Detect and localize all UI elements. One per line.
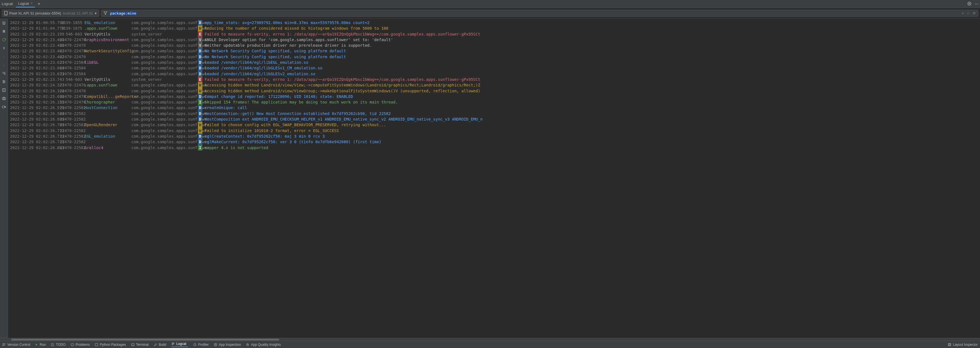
settings-icon[interactable] [2,79,6,84]
clear-log-icon[interactable] [2,21,6,26]
log-pid: 22470-22470 [60,54,82,59]
log-row[interactable]: 2022-12-29 02:02:23.40022470-22470Graphi… [10,37,980,43]
svg-marker-21 [36,343,37,346]
status-logcat[interactable]: Logcat [171,342,188,347]
log-tag [84,88,129,94]
log-row[interactable]: 2022-12-29 02:02:26.71522470-22582com.go… [10,139,980,145]
log-tag: EGL_emulation [84,133,129,139]
svg-rect-35 [949,344,950,345]
log-output[interactable]: 2022-12-29 01:00:55.7901639-1855EGL_emul… [8,19,980,338]
log-package: com.google.samples.apps.sunflower [131,94,196,99]
log-row[interactable]: 2022-12-29 02:02:26.71122470-22582com.go… [10,128,980,133]
log-tag [84,54,129,59]
log-row[interactable]: 2022-12-29 02:02:26.15522470-22470Choreo… [10,99,980,105]
log-pid: 22470-22582 [60,105,82,110]
status-layout-inspector[interactable]: Layout Inspector [948,343,978,346]
status-todo[interactable]: TODO [51,343,65,346]
svg-rect-34 [948,343,951,346]
close-icon[interactable]: × [31,2,33,5]
log-row[interactable]: 2022-12-29 01:01:04.7701639-1675.apps.su… [10,26,980,31]
log-timestamp: 2022-12-29 02:02:26.699 [10,117,57,122]
log-timestamp: 2022-12-29 02:02:26.713 [10,133,57,139]
log-timestamp: 2022-12-29 02:02:26.579 [10,105,57,110]
status-build[interactable]: Build [154,343,166,346]
pause-icon[interactable] [2,29,6,34]
device-api: Android 12, API 31 [63,11,93,15]
star-icon[interactable]: ☆ [967,11,970,15]
log-package: com.google.samples.apps.sunflower [131,139,196,145]
log-tag: GraphicsEnvironment [84,37,129,43]
log-row[interactable]: 2022-12-29 02:02:23.199546-603VerityUtil… [10,31,980,37]
filter-input-container[interactable]: package:mine × ☆ ⟳ [101,10,978,17]
status-app-quality[interactable]: App Quality Insights [246,343,281,346]
log-row[interactable]: 2022-12-29 02:02:24.32722470-22470.apps.… [10,82,980,88]
status-terminal[interactable]: Terminal [131,343,149,346]
tab-logcat[interactable]: Logcat × [16,0,35,8]
clear-filter-icon[interactable]: × [962,11,964,15]
restart-icon[interactable] [2,37,6,42]
soft-wrap-icon[interactable] [2,71,6,76]
log-row[interactable]: 2022-12-29 02:02:23.40222470-22470Networ… [10,48,980,54]
log-message: app_time_stats: avg=27989792.00ms min=8.… [205,20,980,26]
log-package: com.google.samples.apps.sunflower [131,82,196,88]
log-row[interactable]: 2022-12-29 02:02:23.67322470-22584com.go… [10,71,980,77]
log-row[interactable]: 2022-12-29 02:02:23.40222470-22470com.go… [10,54,980,59]
log-row[interactable]: 2022-12-29 02:02:23.66422470-22584com.go… [10,65,980,71]
log-package: com.google.samples.apps.sunflower [131,117,196,122]
log-message: No Network Security Config specified, us… [205,54,980,59]
log-row[interactable]: 2022-12-29 02:02:25.69022470-22470Compat… [10,94,980,99]
log-pid: 22470-22582 [60,145,82,150]
log-package: com.google.samples.apps.sunflower [131,88,196,94]
screenshot-icon[interactable] [2,96,6,101]
filter-input[interactable] [139,11,959,15]
status-profiler[interactable]: Profiler [193,343,209,346]
svg-rect-32 [214,343,216,346]
log-package: com.google.samples.apps.sunflower [131,133,196,139]
log-package: com.google.samples.apps.sunflower [131,37,196,43]
status-python[interactable]: Python Packages [95,343,126,346]
log-message: eglCreateContext: 0x7df95262cf50: maj 3 … [205,133,980,139]
history-icon[interactable]: ⟳ [973,11,976,15]
scroll-end-icon[interactable] [2,46,6,51]
log-row[interactable]: 2022-12-29 02:02:26.80322470-22582Grallo… [10,145,980,150]
add-tab-button[interactable]: + [36,2,42,6]
log-message: Compat change id reported: 171228096; UI… [205,94,980,99]
device-name: Pixel XL API 31 (emulator-5554) [9,11,61,15]
log-package: com.google.samples.apps.sunflower [131,128,196,133]
log-level: D [198,71,202,77]
log-row[interactable]: 2022-12-29 02:02:26.71322470-22582EGL_em… [10,133,980,139]
svg-point-19 [3,345,4,346]
log-row[interactable]: 2022-12-29 01:00:55.7901639-1855EGL_emul… [10,20,980,26]
panel-title: Logcat: [2,2,14,6]
status-run[interactable]: Run [35,343,46,346]
status-app-inspection[interactable]: App Inspection [214,343,241,346]
device-selector[interactable]: Pixel XL API 31 (emulator-5554) Android … [2,10,99,17]
log-timestamp: 2022-12-29 02:02:23.621 [10,59,57,65]
scroll-thumb[interactable] [11,339,279,340]
log-row[interactable]: 2022-12-29 02:02:26.57922470-22582HostCo… [10,105,980,110]
prev-icon[interactable]: ↑ [2,54,6,59]
log-package: com.google.samples.apps.sunflower [131,99,196,105]
log-row[interactable]: 2022-12-29 02:02:26.58422470-22582com.go… [10,111,980,117]
status-vcs[interactable]: Version Control [2,343,30,346]
svg-rect-16 [2,106,5,108]
horizontal-scrollbar[interactable] [0,338,980,341]
log-row[interactable]: 2022-12-29 02:02:23.62122470-22584libEGL… [10,59,980,65]
screen-record-icon[interactable] [2,104,6,109]
gear-icon[interactable] [967,2,971,6]
log-pid: 22470-22470 [60,37,82,43]
log-tag: NetworkSecurityConfig [84,48,129,54]
log-row[interactable]: 2022-12-29 02:02:23.743546-603VerityUtil… [10,77,980,82]
log-row[interactable]: 2022-12-29 02:02:24.32822470-22470com.go… [10,88,980,94]
next-icon[interactable]: ↓ [2,62,6,67]
log-message: HostComposition ext ANDROID_EMU_CHECKSUM… [205,117,980,122]
minimize-icon[interactable]: — [975,2,978,6]
log-row[interactable]: 2022-12-29 02:02:23.40022470-22470com.go… [10,43,980,48]
log-row[interactable]: 2022-12-29 02:02:26.70922470-22582OpenGL… [10,122,980,128]
log-row[interactable]: 2022-12-29 02:02:26.69922470-22582com.go… [10,117,980,122]
status-problems[interactable]: Problems [71,343,90,346]
filter-value: package:mine [110,11,137,16]
split-icon[interactable] [2,88,6,93]
log-pid: 22470-22582 [60,122,82,128]
log-timestamp: 2022-12-29 02:02:23.400 [10,43,57,48]
